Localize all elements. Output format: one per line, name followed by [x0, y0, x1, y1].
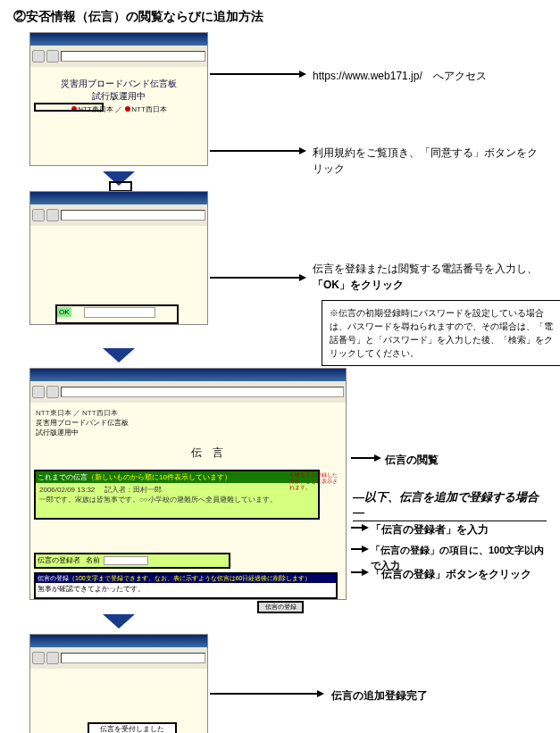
ie-back-icon [32, 50, 45, 62]
step-4: 伝言を受付しました 伝言の追加登録完了 [13, 634, 547, 733]
ie-fwd-icon [46, 386, 59, 398]
arrow-2 [210, 150, 299, 152]
ie-body-4: 伝言を受付しました [30, 669, 207, 733]
step-3: NTT東日本 ／ NTT西日本 災害用ブロードバンド伝言板 試行版運用中 伝 言… [13, 368, 547, 609]
registrant-label: 伝言の登録者 [36, 554, 82, 566]
url-text: https://www.web171.jp/ [313, 70, 422, 82]
msglist-title-text: これまでの伝言 [38, 473, 88, 481]
msg-name: 田村一郎 [133, 486, 162, 494]
name-label: 名前 [84, 554, 102, 566]
desc-phone: 伝言を登録または閲覧する電話番号を入力し、 「OK」をクリック ※伝言の初期登録… [313, 261, 560, 366]
page-title: ②安否情報（伝言）の閲覧ならびに追加方法 [13, 9, 547, 25]
screenshot-2: OK [29, 191, 208, 325]
ss3-sub1: 災害用ブロードバンド伝言板 [36, 418, 340, 428]
arrow-4 [351, 457, 374, 459]
step-2: OK 伝言を登録または閲覧する電話番号を入力し、 「OK」をクリック ※伝言の初… [13, 191, 547, 343]
ss3-header: NTT東日本 ／ NTT西日本 災害用ブロードバンド伝言板 試行版運用中 [34, 406, 342, 439]
msginput-content: 無事が確認できてよかったです。 [36, 583, 336, 595]
ie-back-icon [32, 386, 45, 398]
highlight-url [34, 103, 104, 112]
ie-fwd-icon [46, 50, 59, 62]
ss3-sub2: 試行版運用中 [36, 428, 340, 437]
ie-addressbar [61, 387, 344, 397]
msglist-content: 2006/02/09 13:32 記入者：田村一郎 一郎です。家族は皆無事です。… [36, 483, 318, 506]
right-red-note: 今後も言を登録した方が、ここに表示されます。 [289, 472, 338, 508]
down-arrow-icon [103, 348, 135, 362]
phone-field-mini [84, 307, 155, 318]
ie-body-2: OK [30, 226, 207, 324]
desc-agree: 利用規約をご覧頂き、「同意する」ボタンをクリック [313, 145, 547, 177]
phone-line2: 「OK」をクリック [313, 277, 560, 293]
mid-divider-label: ―以下、伝言を追加で登録する場合― [353, 489, 547, 521]
ie-body-3: NTT東日本 ／ NTT西日本 災害用ブロードバンド伝言板 試行版運用中 伝 言… [30, 403, 346, 599]
password-note: ※伝言の初期登録時にパスワードを設定している場合は、パスワードを尋ねられますので… [322, 300, 560, 366]
msginput-title-text: 伝言の登録 [38, 575, 69, 581]
ie-titlebar [30, 33, 207, 46]
step-1: 災害用ブロードバンド伝言板 試行版運用中 NTT東日本 ／ NTT西日本 htt… [13, 32, 547, 166]
ie-titlebar [30, 635, 207, 647]
screenshot-1: 災害用ブロードバンド伝言板 試行版運用中 NTT東日本 ／ NTT西日本 [29, 32, 208, 166]
down-arrow-icon [103, 614, 135, 629]
ie-toolbar [30, 381, 346, 403]
ie-toolbar [30, 46, 207, 67]
desc-complete: 伝言の追加登録完了 [331, 687, 428, 704]
ie-titlebar [30, 369, 346, 381]
screenshot-4: 伝言を受付しました [29, 634, 208, 733]
phone-line1: 伝言を登録または閲覧する電話番号を入力し、 [313, 261, 560, 277]
ie-addressbar [61, 653, 205, 663]
ie-fwd-icon [46, 652, 59, 664]
arrow-6 [351, 548, 362, 550]
msglist-title: これまでの伝言（新しいものから順に10件表示しています） [36, 471, 318, 483]
body-title-1: 災害用ブロードバンド伝言板 [34, 78, 204, 90]
desc-view: 伝言の閲覧 [385, 452, 439, 468]
ie-addressbar [61, 210, 205, 221]
register-button-mini: 伝言の登録 [257, 601, 304, 613]
arrow-5 [351, 527, 362, 529]
msg-date: 2006/02/09 13:32 [39, 486, 95, 494]
msginput-title-note: （100文字まで登録できます。なお、表に示すような伝言は60日経過後に削除します… [69, 575, 311, 581]
arrow-3 [210, 277, 299, 279]
desc-register-btn: 「伝言の登録」ボタンをクリック [371, 566, 531, 582]
registrant-row: 伝言の登録者 名前 [34, 553, 230, 569]
ie-back-icon [32, 209, 45, 221]
dot-icon [125, 106, 130, 112]
message-list-box: これまでの伝言（新しいものから順に10件表示しています） 2006/02/09 … [34, 470, 320, 520]
ss3-ntt: NTT東日本 ／ NTT西日本 [36, 408, 340, 418]
arrow-7 [351, 571, 362, 573]
ie-titlebar [30, 192, 207, 204]
ie-addressbar [61, 51, 205, 62]
ntt-west: NTT西日本 [131, 105, 167, 113]
msg-name-lbl: 記入者： [104, 486, 133, 494]
desc-registrant: 「伝言の登録者」を入力 [371, 521, 489, 537]
url-suffix: へアクセス [433, 70, 487, 82]
ie-fwd-icon [46, 209, 59, 221]
message-input-box: 伝言の登録（100文字まで登録できます。なお、表に示すような伝言は60日経過後に… [34, 572, 338, 599]
arrow-8 [210, 693, 317, 695]
desc-url: https://www.web171.jp/ へアクセス [313, 68, 487, 84]
ie-toolbar [30, 647, 207, 669]
ie-body-1: 災害用ブロードバンド伝言板 試行版運用中 NTT東日本 ／ NTT西日本 [30, 67, 207, 165]
ie-toolbar [30, 204, 207, 226]
confirmation-box: 伝言を受付しました [88, 722, 177, 733]
dengon-heading: 伝 言 [191, 446, 223, 461]
msglist-title-note: （新しいものから順に10件表示しています） [88, 473, 231, 481]
arrow-1 [210, 73, 299, 75]
body-title-2: 試行版運用中 [34, 90, 204, 103]
screenshot-3: NTT東日本 ／ NTT西日本 災害用ブロードバンド伝言板 試行版運用中 伝 言… [29, 368, 347, 600]
msg-body: 一郎です。家族は皆無事です。○○小学校の避難所へ全員避難しています。 [39, 496, 277, 504]
msginput-title: 伝言の登録（100文字まで登録できます。なお、表に示すような伝言は60日経過後に… [36, 574, 336, 583]
ie-back-icon [32, 652, 45, 664]
name-field-mini [104, 556, 148, 565]
ok-label-mini: OK [57, 307, 71, 317]
